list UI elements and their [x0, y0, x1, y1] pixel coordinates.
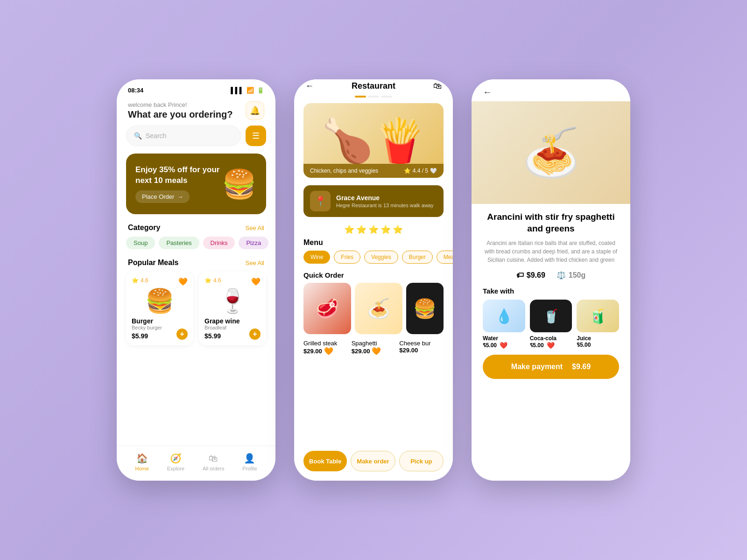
nav-profile[interactable]: 👤 Profile [242, 453, 257, 471]
nav-home[interactable]: 🏠 Home [135, 453, 148, 471]
payment-amount: $9.69 [572, 363, 591, 371]
restaurant-info-card: 📍 Grace Avenue Hegre Restaurant is 13 mi… [303, 185, 444, 217]
water-heart[interactable]: ❤️ [500, 342, 507, 349]
meal-heart-icon[interactable]: 🧡 [178, 277, 188, 286]
hero-heart-icon[interactable]: 🤍 [430, 168, 437, 174]
meal-rating-value-2: 4.6 [213, 277, 221, 284]
category-chip-soup[interactable]: Soup [126, 237, 155, 249]
hero-rating-value: 4.4 / 5 [413, 168, 428, 174]
juice-image: 🧃 [577, 300, 619, 332]
cola-image: 🥤 [530, 300, 572, 332]
dish-price: 🏷 $9.69 [516, 271, 545, 280]
place-order-label: Place Order [142, 193, 174, 200]
star-hero-icon: ⭐ [404, 168, 411, 174]
restaurant-title: Restaurant [352, 81, 395, 91]
map-thumbnail: 📍 [310, 191, 331, 211]
star-3: ⭐ [368, 224, 379, 235]
popular-title: Popular Meals [128, 259, 178, 267]
bottom-nav: 🏠 Home 🧭 Explore 🛍 All orders 👤 Profile [117, 446, 275, 481]
star-5: ⭐ [393, 224, 403, 235]
meal-image-wine: 🍷 [204, 287, 261, 315]
menu-chip-fries[interactable]: Fries [334, 251, 360, 264]
spaghetti-heart[interactable]: 🧡 [372, 347, 381, 356]
meal-add-button-wine[interactable]: + [249, 329, 261, 340]
arrow-icon: → [177, 193, 183, 200]
hero-rating: ⭐ 4.4 / 5 🤍 [404, 168, 437, 174]
category-list: Soup Pasteries Drinks Pizza [117, 237, 275, 257]
meal-card-burger[interactable]: ⭐ 4.6 🧡 🍔 Burger Becky burger $5.99 + [126, 272, 193, 345]
popular-header: Popular Meals See All [117, 257, 275, 272]
nav-explore[interactable]: 🧭 Explore [167, 453, 184, 471]
menu-chip-veggies[interactable]: Veggies [364, 251, 398, 264]
star-2: ⭐ [356, 224, 366, 235]
cart-icon-p2[interactable]: 🛍 [433, 81, 442, 91]
meal-add-button-burger[interactable]: + [176, 329, 188, 340]
hero-food-name: Chicken, chips and veggies [310, 168, 378, 174]
status-icons: ▌▌▌ 📶 🔋 [231, 87, 264, 94]
orders-icon: 🛍 [209, 453, 218, 464]
menu-chip-meat[interactable]: Meat [437, 251, 453, 264]
dish-content: Arancini with stir fry spaghetti and gre… [472, 204, 630, 481]
steak-price: $29.00 [303, 348, 322, 355]
search-input[interactable]: 🔍 Search [126, 126, 241, 146]
take-with-items: 💧 Water $5.00 ❤️ 🥤 Coca-cola $5.00 ❤ [483, 300, 619, 349]
take-with-title: Take with [483, 287, 619, 295]
weight-icon: ⚖️ [557, 271, 566, 280]
category-chip-drinks[interactable]: Drinks [203, 237, 235, 249]
star-4: ⭐ [381, 224, 391, 235]
place-order-button[interactable]: Place Order → [135, 190, 190, 203]
quick-card-burger[interactable]: 🍔 [406, 283, 444, 334]
status-bar-1: 08:34 ▌▌▌ 📶 🔋 [117, 79, 275, 98]
steak-heart[interactable]: 🧡 [324, 347, 333, 356]
make-order-label: Make order [357, 458, 389, 465]
popular-see-all[interactable]: See All [246, 259, 264, 266]
cheesebur-name: Cheese bur [399, 340, 444, 347]
make-order-button[interactable]: Make order [351, 451, 395, 471]
take-card-juice[interactable]: 🧃 Juice $5.00 [577, 300, 619, 349]
profile-icon: 👤 [244, 453, 255, 464]
pickup-button[interactable]: Pick up [399, 451, 444, 471]
back-button-p2[interactable]: ← [305, 81, 314, 91]
meal-image-burger: 🍔 [132, 287, 188, 315]
hero-food-emoji: 🍗🍟 [321, 116, 426, 165]
meal-card-wine[interactable]: ⭐ 4.6 🧡 🍷 Grape wine Broadleaf $5.99 + [199, 272, 266, 345]
search-placeholder: Search [146, 132, 166, 140]
promo-banner: Enjoy 35% off for your next 10 meals Pla… [126, 154, 266, 214]
notification-bell-button[interactable]: 🔔 [246, 101, 264, 120]
menu-chip-wine[interactable]: Wine [303, 251, 330, 264]
meal-rating-value: 4.6 [141, 277, 148, 284]
promo-image: 🍔 [222, 163, 257, 205]
dish-meta: 🏷 $9.69 ⚖️ 150g [483, 271, 619, 280]
meal-heart-icon-2[interactable]: 🧡 [251, 277, 261, 286]
home-icon: 🏠 [136, 453, 148, 464]
water-price: $5.00 [483, 342, 497, 349]
category-chip-pizza[interactable]: Pizza [239, 237, 268, 249]
book-table-label: Book Table [309, 458, 341, 465]
take-card-cola[interactable]: 🥤 Coca-cola $5.00 ❤️ [530, 300, 572, 349]
explore-icon: 🧭 [170, 453, 182, 464]
filter-button[interactable]: ☰ [246, 126, 266, 146]
meal-name-burger: Burger [132, 317, 188, 325]
phone-3: ← 🍝 Arancini with stir fry spaghetti and… [472, 79, 630, 481]
search-icon: 🔍 [134, 132, 142, 140]
menu-chips: Wine Fries Veggies Burger Meat [294, 251, 453, 269]
category-chip-pasteries[interactable]: Pasteries [159, 237, 199, 249]
quick-card-spaghetti[interactable]: 🍝 [355, 283, 402, 334]
take-card-water[interactable]: 💧 Water $5.00 ❤️ [483, 300, 525, 349]
dish-weight: ⚖️ 150g [557, 271, 585, 280]
category-see-all[interactable]: See All [246, 224, 264, 231]
progress-dot-3 [381, 96, 392, 98]
cola-heart[interactable]: ❤️ [547, 342, 555, 349]
spaghetti-info: Spaghetti $29.00 🧡 [352, 340, 396, 356]
cheesebur-price: $29.00 [399, 347, 418, 354]
menu-chip-burger[interactable]: Burger [402, 251, 433, 264]
back-button-p3[interactable]: ← [472, 79, 630, 101]
quick-card-steak[interactable]: 🥩 [303, 283, 351, 334]
meal-name-wine: Grape wine [204, 317, 261, 325]
cheesebur-info: Cheese bur $29.00 [399, 340, 444, 356]
nav-orders-label: All orders [203, 466, 224, 471]
nav-orders[interactable]: 🛍 All orders [203, 453, 224, 471]
progress-dot-1 [355, 96, 366, 98]
book-table-button[interactable]: Book Table [303, 451, 347, 471]
make-payment-button[interactable]: Make payment $9.69 [483, 355, 619, 379]
